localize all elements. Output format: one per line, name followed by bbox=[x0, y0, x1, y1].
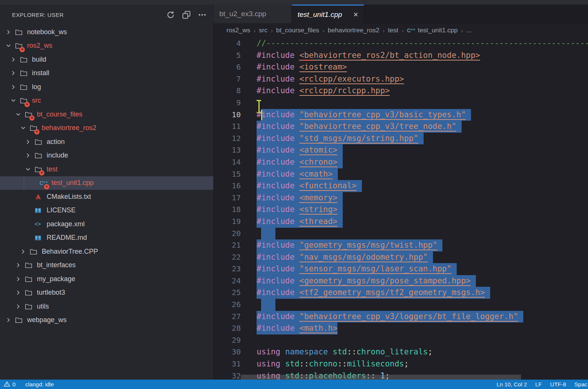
line-number: 9 bbox=[214, 97, 241, 109]
tree-item-include[interactable]: include bbox=[0, 149, 213, 163]
tab-bt-u2-ex3-cpp[interactable]: bt_u2_ex3.cpp bbox=[214, 5, 292, 23]
clangd-status[interactable]: clangd: idle bbox=[25, 381, 54, 387]
chevron-right-icon bbox=[10, 56, 20, 63]
chevron-right-icon bbox=[20, 248, 30, 255]
folder-icon bbox=[15, 28, 25, 36]
chevron-right-icon bbox=[15, 262, 25, 269]
explorer-actions bbox=[165, 10, 207, 20]
tree-item-log[interactable]: log bbox=[0, 80, 213, 94]
error-badge: × bbox=[20, 47, 25, 52]
code-line-20[interactable]: 20 bbox=[214, 228, 588, 240]
encoding-indicator[interactable]: UTF-8 bbox=[550, 381, 566, 387]
tree-item-behaviortree-cpp[interactable]: BehaviorTree.CPP bbox=[0, 245, 213, 259]
line-content: #include <thread> bbox=[257, 216, 343, 228]
code-line-15[interactable]: 15#include <cmath> bbox=[214, 168, 588, 180]
tree-item-bt-interfaces[interactable]: bt_interfaces bbox=[0, 259, 213, 272]
code-line-30[interactable]: 30using namespace std::chrono_literals; bbox=[214, 346, 588, 358]
cursor-position[interactable]: Ln 10, Col 2 bbox=[497, 381, 527, 387]
code-line-14[interactable]: 14#include <chrono> bbox=[214, 156, 588, 168]
tree-item-label: webpage_ws bbox=[27, 316, 67, 324]
code-editor[interactable]: 4//-------------------------------------… bbox=[214, 38, 588, 380]
more-actions-button[interactable] bbox=[197, 10, 207, 20]
tree-item-notebook-ws[interactable]: notebook_ws bbox=[0, 25, 213, 39]
breadcrumb-item-[interactable]: ... bbox=[466, 27, 472, 34]
code-line-31[interactable]: 31using std::chrono::milliseconds; bbox=[214, 358, 588, 370]
problems-indicator[interactable]: 0 bbox=[4, 381, 15, 388]
tree-item-package-xml[interactable]: <>package.xml bbox=[0, 217, 213, 231]
tree-item-my-package[interactable]: my_package bbox=[0, 272, 213, 286]
code-line-24[interactable]: 24#include <geometry_msgs/msg/pose_stamp… bbox=[214, 275, 588, 287]
code-line-13[interactable]: 13#include <atomic> bbox=[214, 144, 588, 156]
tree-item-install[interactable]: install bbox=[0, 67, 213, 80]
code-line-26[interactable]: 26 bbox=[214, 299, 588, 311]
cmake-icon bbox=[35, 193, 44, 200]
tree-item-bt-course-files[interactable]: ×bt_course_files bbox=[0, 107, 213, 121]
breadcrumb-item-behaviortree-ros2[interactable]: behaviortree_ros2 bbox=[328, 27, 379, 34]
code-line-12[interactable]: 12#include "std_msgs/msg/string.hpp" bbox=[214, 133, 588, 145]
tree-item-readme-md[interactable]: README.md bbox=[0, 231, 213, 245]
line-number: 6 bbox=[214, 61, 241, 73]
tree-item-behaviortree-ros2[interactable]: ×behaviortree_ros2 bbox=[0, 121, 213, 135]
refresh-explorer-button[interactable] bbox=[165, 10, 176, 20]
code-line-4[interactable]: 4//-------------------------------------… bbox=[214, 38, 588, 50]
breadcrumb-separator: › bbox=[322, 27, 324, 34]
line-number: 18 bbox=[214, 204, 241, 216]
code-line-8[interactable]: 8#include <rclcpp/rclcpp.hpp> bbox=[214, 85, 588, 97]
code-line-25[interactable]: 25#include <tf2_geometry_msgs/tf2_geomet… bbox=[214, 287, 588, 299]
code-line-22[interactable]: 22#include "nav_msgs/msg/odometry.hpp" bbox=[214, 251, 588, 263]
line-content: #include "behaviortree_cpp_v3/tree_node.… bbox=[257, 121, 462, 133]
tab-label: bt_u2_ex3.cpp bbox=[219, 10, 266, 18]
code-line-18[interactable]: 18#include <string> bbox=[214, 204, 588, 216]
tree-item-cmakelists-txt[interactable]: CMakeLists.txt bbox=[0, 190, 213, 204]
tab-test-unit1-cpp[interactable]: test_unit1.cpp × bbox=[292, 5, 364, 23]
tree-item-build[interactable]: build bbox=[0, 53, 213, 67]
folder-icon bbox=[25, 275, 35, 283]
tree-item-label: log bbox=[32, 83, 41, 91]
code-line-29[interactable]: 29 bbox=[214, 335, 588, 347]
code-line-19[interactable]: 19#include <thread> bbox=[214, 216, 588, 228]
breadcrumb-item-src[interactable]: src bbox=[259, 27, 267, 34]
tree-item-src[interactable]: ×src bbox=[0, 94, 213, 108]
tree-item-turtlebot3[interactable]: turtlebot3 bbox=[0, 286, 213, 300]
breadcrumb-item-ros2-ws[interactable]: ros2_ws bbox=[226, 27, 250, 34]
tree-item-action[interactable]: action bbox=[0, 135, 213, 149]
breadcrumb-item-test-unit1-cpp[interactable]: C⁺⁺test_unit1.cpp bbox=[407, 27, 458, 34]
line-number: 22 bbox=[214, 251, 241, 263]
breadcrumb-label: bt_course_files bbox=[276, 27, 319, 34]
code-line-16[interactable]: 16#include <functional> bbox=[214, 180, 588, 192]
collapse-folders-button[interactable] bbox=[181, 10, 191, 20]
line-number: 15 bbox=[214, 168, 241, 180]
folder-icon bbox=[15, 316, 25, 324]
explorer-title: EXPLORER: USER bbox=[12, 12, 165, 18]
tree-item-test[interactable]: ×test bbox=[0, 162, 213, 176]
tree-item-label: bt_interfaces bbox=[37, 261, 76, 269]
breadcrumb-item-bt-course-files[interactable]: bt_course_files bbox=[276, 27, 319, 34]
code-line-27[interactable]: 27#include "behaviortree_cpp_v3/loggers/… bbox=[214, 311, 588, 323]
eol-indicator[interactable]: LF bbox=[535, 381, 542, 387]
tree-item-ros2-ws[interactable]: ×ros2_ws bbox=[0, 39, 213, 53]
code-line-11[interactable]: 11#include "behaviortree_cpp_v3/tree_nod… bbox=[214, 121, 588, 133]
tree-item-test-unit1-cpp[interactable]: C⁺⁺×test_unit1.cpp bbox=[0, 176, 213, 190]
code-line-9[interactable]: 9 bbox=[214, 97, 588, 109]
code-line-10[interactable]: 10#include "behaviortree_cpp_v3/basic_ty… bbox=[214, 109, 588, 121]
code-line-23[interactable]: 23#include "sensor_msgs/msg/laser_scan.h… bbox=[214, 263, 588, 275]
code-line-5[interactable]: 5#include <behaviortree_ros2/bt_action_n… bbox=[214, 50, 588, 62]
close-tab-icon[interactable]: × bbox=[353, 11, 358, 19]
code-line-17[interactable]: 17#include <memory> bbox=[214, 192, 588, 204]
tree-item-webpage-ws[interactable]: webpage_ws bbox=[0, 313, 213, 327]
chevron-right-icon bbox=[25, 138, 35, 145]
tree-item-license[interactable]: LICENSE bbox=[0, 204, 213, 218]
code-line-21[interactable]: 21#include "geometry_msgs/msg/twist.hpp" bbox=[214, 239, 588, 251]
book-icon bbox=[35, 207, 44, 214]
code-line-28[interactable]: 28#include <math.h> bbox=[214, 322, 588, 335]
breadcrumb-separator: › bbox=[402, 27, 404, 34]
code-line-6[interactable]: 6#include <iostream> bbox=[214, 61, 588, 73]
breadcrumb-item-test[interactable]: test bbox=[388, 27, 398, 34]
warning-count: 0 bbox=[12, 381, 15, 387]
horizontal-scrollbar[interactable] bbox=[241, 375, 521, 380]
line-number: 26 bbox=[214, 299, 241, 311]
line-number: 16 bbox=[214, 180, 241, 192]
code-line-7[interactable]: 7#include <rclcpp/executors.hpp> bbox=[214, 73, 588, 85]
tree-item-utils[interactable]: utils bbox=[0, 300, 213, 313]
indentation-indicator[interactable]: Spac bbox=[574, 381, 587, 387]
